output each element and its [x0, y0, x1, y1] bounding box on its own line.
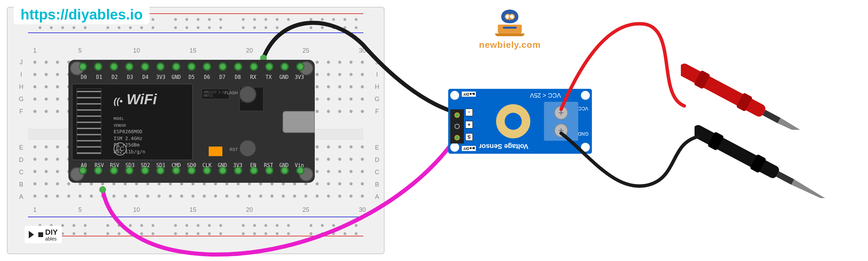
mount-hole: [450, 91, 459, 100]
pin-label-minus: -: [465, 109, 473, 116]
terminal-label-gnd: GND: [578, 131, 588, 137]
row-label: D: [374, 156, 380, 164]
pin-3v3: [156, 63, 165, 71]
pin-label: D3: [125, 74, 135, 80]
pin-d2: [110, 63, 118, 71]
pin-header-bottom: [79, 166, 305, 180]
row-label: A: [18, 193, 25, 201]
sensor-potentiometer: [496, 104, 530, 138]
pin-label: CMD: [171, 162, 181, 168]
screw-terminal: [544, 102, 578, 141]
pin-label: SD3: [125, 162, 135, 168]
pin-d5: [187, 63, 196, 71]
wifi-logo: ((• WiFi: [114, 91, 157, 108]
owl-icon: [500, 7, 520, 24]
brand-line1: DIY: [45, 228, 58, 236]
pin-label: Vin: [294, 162, 305, 168]
pin-label: RX: [248, 74, 258, 80]
pin-label: 3V3: [156, 74, 166, 80]
esp8266-module: ((• WiFi MODEL VENDOR ESP8266MOD ISM 2.4…: [72, 84, 193, 160]
screw-vcc: [554, 106, 568, 120]
row-label: D: [18, 156, 25, 164]
pin-label: GND: [279, 74, 289, 80]
pin-tx: [265, 63, 273, 71]
row-label: E: [18, 144, 25, 151]
row-label: H: [18, 83, 25, 91]
pin-labels-top: D0D1D2D3D43V3GNDD5D6D7D8RXTXGND3V3: [79, 74, 305, 80]
pin-gnd: [281, 63, 289, 71]
nodemcu-board: D0D1D2D3D43V3GNDD5D6D7D8RXTXGND3V3 A0RSV…: [68, 60, 315, 183]
row-label: G: [374, 96, 380, 103]
fc-logo: FC: [114, 142, 127, 155]
svg-rect-422: [776, 171, 794, 184]
pin-label: GND: [217, 162, 228, 168]
pin-d4: [141, 63, 149, 71]
row-label: B: [18, 181, 25, 188]
mount-hole: [581, 143, 590, 152]
row-label: B: [374, 181, 380, 188]
pin-label: D7: [217, 74, 228, 80]
pin-label: SD0: [186, 162, 197, 168]
pin-gnd: [172, 63, 180, 71]
capacitor-orange: [209, 147, 222, 156]
pin-label: D8: [233, 74, 243, 80]
pin-labels-bottom: A0RSVRSVSD3SD2SD1CMDSD0CLKGND3V3ENRSTGND…: [79, 162, 305, 168]
sensor-pin-s: [454, 135, 460, 140]
pin-label: SD2: [140, 162, 151, 168]
flash-label: FLASH: [224, 91, 238, 95]
sensor-pin-plus: [454, 124, 460, 129]
row-label: J: [18, 59, 25, 66]
pin-label: D5: [186, 74, 197, 80]
newbiely-logo: newbiely.com: [479, 7, 541, 50]
pin-label-s: S: [465, 133, 473, 141]
row-label: J: [374, 59, 380, 66]
row-label: G: [18, 96, 25, 103]
pin-label-plus: +: [465, 121, 473, 128]
flash-button: [239, 85, 257, 103]
sensor-brand-bot: ▶■ DIY: [462, 146, 476, 151]
diyables-logo-bottom: DIYables: [25, 226, 62, 243]
pin-label: GND: [279, 162, 289, 168]
sensor-pin-labels: S + -: [465, 109, 473, 141]
voltage-sensor-module: S + - VCC GND Voltage Sensor VCC < 25V ▶…: [448, 89, 592, 154]
pin-rx: [250, 63, 258, 71]
row-label: I: [374, 71, 380, 78]
pin-label: CLK: [202, 162, 212, 168]
row-label: E: [374, 144, 380, 151]
pin-d1: [94, 63, 102, 71]
sensor-vcc-range: VCC < 25V: [530, 92, 561, 99]
sensor-pin-minus: [454, 112, 460, 118]
row-label: C: [374, 169, 380, 176]
pin-label: 3V3: [294, 74, 305, 80]
sensor-brand-top: ▶■ DIY: [462, 92, 476, 97]
brand-line2: ables: [45, 237, 58, 241]
pin-label: A0: [79, 162, 89, 168]
pin-label: TX: [263, 74, 274, 80]
pin-label: 3V3: [233, 162, 243, 168]
laptop-icon: [498, 25, 522, 34]
row-label: F: [18, 108, 25, 115]
svg-rect-419: [695, 123, 781, 180]
row-label: I: [18, 71, 25, 78]
pin-label: EN: [248, 162, 258, 168]
probe-black: [695, 79, 868, 198]
pin-label: D6: [202, 74, 212, 80]
pin-d6: [203, 63, 211, 71]
reset-button: [239, 139, 257, 157]
svg-marker-423: [791, 179, 840, 198]
row-label: F: [374, 108, 380, 115]
pin-label: D4: [140, 74, 151, 80]
pin-label: GND: [171, 74, 181, 80]
row-label: A: [374, 193, 380, 201]
row-label: C: [18, 169, 25, 176]
pin-label: RST: [263, 162, 274, 168]
mount-hole: [581, 91, 590, 100]
wiring-diagram: 115510101515202025253030 J I H G F: [0, 0, 868, 261]
url-badge: https://diyables.io: [14, 5, 150, 24]
play-icon: [29, 231, 36, 238]
pin-d0: [79, 63, 87, 71]
sensor-pin-header: [450, 109, 464, 143]
pin-d8: [234, 63, 242, 71]
screw-gnd: [554, 124, 568, 137]
terminal-label-vcc: VCC: [578, 106, 588, 111]
